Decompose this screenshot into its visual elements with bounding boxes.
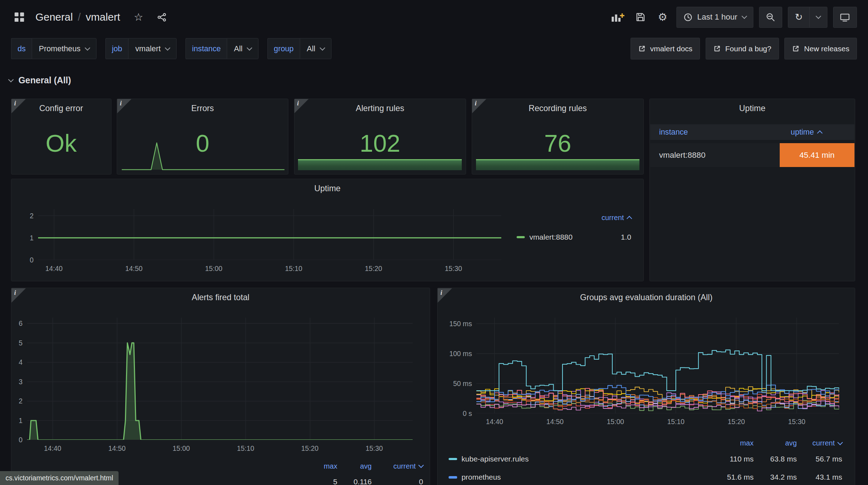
template-variables: ds Prometheus job vmalert instance All g…: [11, 38, 331, 59]
y-axis-tick-label: 3: [19, 377, 22, 386]
variable-job-label[interactable]: job: [105, 38, 128, 59]
panel-title[interactable]: Uptime: [28, 179, 627, 198]
panel-title[interactable]: Errors: [134, 99, 272, 118]
time-range-picker[interactable]: Last 1 hour: [677, 7, 753, 27]
panel-info-icon[interactable]: i: [472, 99, 486, 113]
stat-bar-gauge: [298, 159, 462, 170]
legend-item[interactable]: vmalert:8880 1.0: [507, 233, 631, 241]
panel-title[interactable]: Uptime: [666, 99, 838, 118]
variable-group: group All: [267, 38, 331, 59]
series-max-value: 110 ms: [730, 455, 753, 463]
refresh-interval-dropdown[interactable]: [809, 7, 827, 27]
series-max-value: 51.6 ms: [727, 473, 754, 481]
legend-sort-current[interactable]: current: [393, 462, 423, 470]
x-axis-tick-label: 15:00: [205, 265, 223, 273]
series-toggle[interactable]: kube-apiserver.rules: [449, 455, 529, 463]
column-header-instance[interactable]: instance: [650, 127, 688, 137]
panel-info-icon[interactable]: i: [11, 99, 26, 113]
x-axis-tick-label: 14:50: [546, 418, 564, 426]
legend-sort-avg[interactable]: avg: [785, 439, 797, 447]
panel-info-icon[interactable]: i: [11, 288, 26, 302]
dashboard-settings-gear-icon[interactable]: ⚙: [654, 9, 671, 26]
legend: current vmalert:8880 1.0: [507, 214, 631, 241]
y-axis-tick-label: 150 ms: [449, 319, 472, 328]
refresh-group: ↻: [788, 7, 827, 28]
navbar-left: General / vmalert ☆: [11, 9, 170, 26]
x-axis-tick-label: 15:00: [173, 444, 190, 453]
panel-title[interactable]: Config error: [28, 99, 94, 118]
panel-info-icon[interactable]: i: [117, 99, 131, 113]
variable-instance-value[interactable]: All: [227, 38, 258, 59]
legend-sort-current[interactable]: current: [601, 214, 624, 222]
uptime-cell: 45.41 min: [780, 143, 854, 167]
x-axis-tick-label: 15:30: [445, 265, 462, 273]
groups-chart-plot[interactable]: [476, 318, 839, 413]
legend-item: kube-apiserver.rules 110 ms 63.8 ms 56.7…: [449, 450, 842, 468]
panel-uptime-chart: Uptime current vmalert:8880 1.0 01214:40…: [11, 179, 644, 281]
variable-job-value[interactable]: vmalert: [128, 38, 177, 59]
panel-info-icon[interactable]: i: [294, 99, 309, 113]
external-link-icon: [713, 45, 721, 53]
external-link-icon: [792, 45, 800, 53]
series-name: vmalert:8880: [529, 233, 572, 241]
share-icon[interactable]: [153, 9, 170, 26]
column-header-uptime[interactable]: uptime: [780, 127, 854, 137]
series-color-swatch: [449, 458, 457, 460]
tv-mode-button[interactable]: [833, 7, 857, 27]
breadcrumb-separator: /: [78, 11, 81, 23]
zoom-out-icon: [766, 12, 775, 22]
time-range-label: Last 1 hour: [697, 12, 737, 22]
variable-instance-label[interactable]: instance: [185, 38, 227, 59]
x-axis-tick-label: 15:00: [607, 418, 624, 426]
refresh-button[interactable]: ↻: [788, 7, 809, 27]
legend-header: current: [507, 214, 631, 222]
x-axis-tick-label: 14:50: [108, 444, 126, 453]
y-axis-tick-label: 0: [30, 256, 33, 264]
panel-errors: i Errors 0: [117, 99, 288, 174]
series-avg-value: 34.2 ms: [770, 473, 797, 481]
x-axis-tick-label: 15:10: [237, 444, 254, 453]
y-axis-tick-label: 1: [19, 416, 22, 424]
favorite-star-icon[interactable]: ☆: [130, 9, 147, 26]
series-name: kube-apiserver.rules: [461, 455, 529, 463]
alerts-chart-plot[interactable]: [27, 318, 413, 440]
legend-sort-avg[interactable]: avg: [360, 462, 372, 470]
vmalert-docs-link[interactable]: vmalert docs: [631, 38, 700, 59]
series-toggle[interactable]: prometheus: [449, 473, 501, 481]
series-current-value: 43.1 ms: [816, 473, 842, 481]
stat-value: 76: [472, 131, 644, 155]
panel-title[interactable]: Groups avg evaluation duration (All): [454, 288, 838, 307]
variable-group-value[interactable]: All: [300, 38, 331, 59]
uptime-chart-plot[interactable]: [38, 209, 501, 260]
zoom-out-group: [759, 7, 783, 28]
add-panel-icon[interactable]: [610, 9, 627, 26]
y-axis-tick-label: 50 ms: [453, 379, 472, 387]
series-color-swatch: [517, 236, 525, 238]
legend-sort-current[interactable]: current: [812, 439, 842, 447]
tv-icon: [840, 12, 850, 22]
zoom-out-button[interactable]: [759, 7, 782, 27]
save-dashboard-icon[interactable]: [632, 9, 649, 26]
series-current-value: 56.7 ms: [816, 455, 842, 463]
panel-recording-rules: i Recording rules 76: [472, 99, 644, 174]
variable-ds-value[interactable]: Prometheus: [32, 38, 96, 59]
legend-sort-max[interactable]: max: [740, 439, 753, 447]
panel-title[interactable]: Recording rules: [488, 99, 627, 118]
panel-title[interactable]: Alerts fired total: [28, 288, 413, 307]
panel-title[interactable]: Alerting rules: [311, 99, 449, 118]
panel-info-icon[interactable]: i: [438, 288, 452, 302]
legend-sort-max[interactable]: max: [324, 462, 337, 470]
row-header-general[interactable]: General (All): [9, 75, 71, 85]
panel-config-error: i Config error Ok: [11, 99, 111, 174]
tv-group: [833, 7, 857, 28]
new-releases-link[interactable]: New releases: [784, 38, 857, 59]
sort-descending-icon: [418, 463, 424, 468]
breadcrumb-folder[interactable]: General: [36, 11, 73, 23]
y-axis-tick-label: 1: [30, 234, 33, 242]
panel-alerts-fired: i Alerts fired total max avg current 5 0…: [11, 288, 430, 485]
dashboards-grid-icon[interactable]: [11, 9, 28, 26]
found-a-bug-link[interactable]: Found a bug?: [706, 38, 779, 59]
breadcrumb-dashboard[interactable]: vmalert: [86, 11, 120, 23]
variable-ds-label[interactable]: ds: [11, 38, 32, 59]
variable-group-label[interactable]: group: [267, 38, 300, 59]
